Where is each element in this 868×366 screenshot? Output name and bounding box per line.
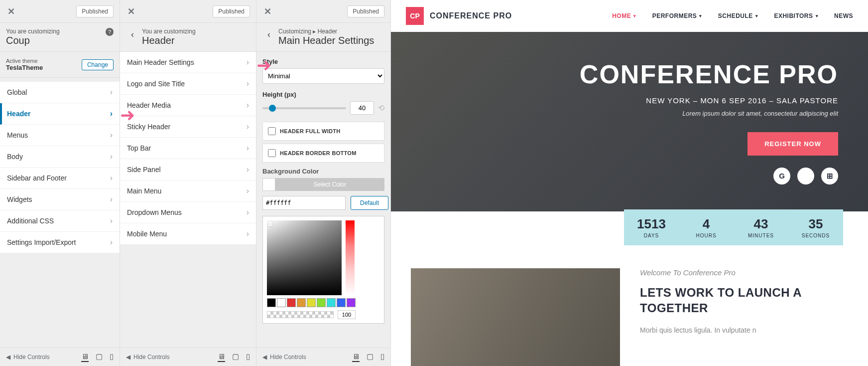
close-icon[interactable]: ✕ [262,6,272,16]
published-button[interactable]: Published [213,5,250,17]
customizer-panel-main-header-settings: ✕ Published ‹ Customizing ▸ Header Main … [256,0,391,366]
nav-item-dropdown-menus[interactable]: Dropdown Menus› [120,202,256,223]
customizing-label: You are customizing [6,28,106,35]
back-button[interactable]: ‹ [126,28,139,41]
nav-item-header-media[interactable]: Header Media› [120,95,256,116]
alpha-input[interactable] [338,310,356,319]
nav-item-global[interactable]: Global› [0,82,120,103]
swatch[interactable] [277,298,286,307]
saturation-gradient[interactable] [267,220,342,295]
chevron-down-icon: ▾ [755,13,758,18]
nav-item-header[interactable]: Header› [0,103,120,125]
hide-controls-button[interactable]: ◀Hide Controls [262,354,306,361]
nav-label: Logo and Site Title [127,80,185,88]
register-button[interactable]: REGISTER NOW [747,132,838,156]
site-preview: CP CONFERENCE PRO HOME▾ PERFORMERS▾ SCHE… [391,0,868,366]
google-icon[interactable]: G [773,168,790,184]
panel-header: ✕ Published [120,0,256,23]
nav-item-widgets[interactable]: Widgets› [0,189,120,210]
nav-item-body[interactable]: Body› [0,146,120,168]
close-icon[interactable]: ✕ [126,6,136,16]
windows-icon[interactable]: ⊞ [821,168,838,184]
hero-subtitle: NEW YORK – MON 6 SEP 2016 – SALA PASTORE [646,96,838,105]
nav-label: Global [7,88,27,96]
checkbox-border-bottom[interactable]: HEADER BORDER BOTTOM [262,144,384,163]
tablet-icon[interactable]: ▢ [367,352,373,362]
swatch[interactable] [307,298,316,307]
swatch[interactable] [327,298,336,307]
menu-item-exhibitors[interactable]: EXHIBITORS▾ [774,12,818,19]
nav-label: Header Media [127,101,171,109]
mobile-icon[interactable]: ▯ [110,352,114,362]
nav-item-settings-import-export[interactable]: Settings Import/Export› [0,232,120,253]
collapse-icon: ◀ [262,354,267,361]
mobile-icon[interactable]: ▯ [246,352,250,362]
desktop-icon[interactable]: 🖥 [352,352,360,362]
swatch[interactable] [297,298,306,307]
swatch[interactable] [287,298,296,307]
desktop-icon[interactable]: 🖥 [218,352,225,362]
tablet-icon[interactable]: ▢ [232,352,239,362]
active-theme-row: Active theme TeslaTheme Change [0,52,120,78]
chevron-right-icon: › [110,216,113,225]
menu-item-home[interactable]: HOME▾ [612,12,636,19]
content-body: Morbi quis lectus ligula. In vulputate n [640,325,868,337]
nav-item-menus[interactable]: Menus› [0,125,120,146]
height-input[interactable] [350,101,374,115]
checkbox-label: HEADER FULL WIDTH [280,128,341,134]
reset-icon[interactable]: ⟲ [378,103,384,113]
brand-logo[interactable]: CP [406,7,424,25]
checkbox-input[interactable] [268,149,276,157]
mobile-icon[interactable]: ▯ [380,352,384,362]
panel-footer: ◀Hide Controls 🖥 ▢ ▯ [256,348,390,366]
countdown-label: SECONDS [792,233,839,238]
nav-item-side-panel[interactable]: Side Panel› [120,159,256,181]
nav-item-main-header-settings[interactable]: Main Header Settings› [120,52,256,73]
back-button[interactable]: ‹ [262,28,275,41]
current-color-swatch[interactable] [262,178,275,191]
menu-item-news[interactable]: NEWS [834,12,853,19]
nav-label: Side Panel [127,166,161,174]
hue-slider[interactable] [346,220,355,295]
chevron-right-icon: › [247,208,249,217]
hex-input[interactable] [262,196,346,210]
help-icon[interactable]: ? [106,28,114,36]
bg-color-label: Background Color [262,168,384,175]
checkbox-input[interactable] [268,127,276,135]
nav-item-top-bar[interactable]: Top Bar› [120,138,256,159]
chevron-right-icon: › [110,174,113,183]
nav-item-mobile-menu[interactable]: Mobile Menu› [120,223,256,245]
default-button[interactable]: Default [351,196,388,210]
desktop-icon[interactable]: 🖥 [81,352,89,362]
change-theme-button[interactable]: Change [82,59,114,70]
nav-item-sticky-header[interactable]: Sticky Header› [120,116,256,138]
hex-row: Default [262,196,384,210]
published-button[interactable]: Published [76,5,114,17]
countdown-label: MINUTES [738,233,784,238]
nav-label: Sticky Header [127,123,170,131]
menu-item-schedule[interactable]: SCHEDULE▾ [718,12,758,19]
alpha-slider[interactable] [267,311,334,318]
style-select[interactable]: Minimal [262,68,384,84]
swatch[interactable] [317,298,326,307]
checkbox-full-width[interactable]: HEADER FULL WIDTH [262,122,384,141]
swatch[interactable] [347,298,356,307]
close-icon[interactable]: ✕ [6,6,16,16]
chevron-right-icon: › [110,195,113,204]
hide-controls-button[interactable]: ◀Hide Controls [126,354,170,361]
nav-item-main-menu[interactable]: Main Menu› [120,181,256,202]
nav-item-sidebar-footer[interactable]: Sidebar and Footer› [0,168,120,189]
select-color-button[interactable]: Select Color [275,178,384,191]
tablet-icon[interactable]: ▢ [96,352,103,362]
nav-item-logo-site-title[interactable]: Logo and Site Title› [120,73,256,95]
swatch[interactable] [267,298,276,307]
menu-item-performers[interactable]: PERFORMERS▾ [652,12,702,19]
nav-item-additional-css[interactable]: Additional CSS› [0,210,120,232]
published-button[interactable]: Published [347,5,384,17]
hide-controls-label: Hide Controls [133,354,170,361]
apple-icon[interactable] [797,168,814,184]
height-slider[interactable] [262,107,346,109]
active-theme-label: Active theme [6,58,43,64]
swatch[interactable] [337,298,346,307]
hide-controls-button[interactable]: ◀Hide Controls [6,354,50,361]
